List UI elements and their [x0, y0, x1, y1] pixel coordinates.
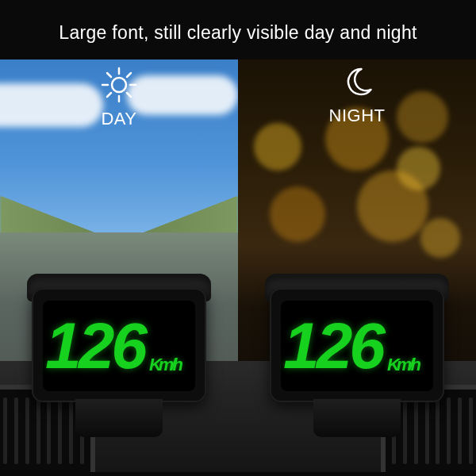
- speed-readout: 126 Km/h: [283, 309, 418, 383]
- moon-icon: [329, 66, 386, 101]
- device-body: 126 Km/h: [270, 288, 444, 402]
- speed-value: 126: [45, 309, 144, 383]
- cloud: [127, 75, 238, 115]
- device-screen: 126 Km/h: [281, 301, 433, 391]
- cloud: [0, 83, 103, 127]
- headline-text: Large font, still clearly visible day an…: [0, 0, 476, 60]
- device-base: [313, 399, 401, 437]
- comparison-split: DAY 126 Km/h: [0, 60, 476, 472]
- speed-value: 126: [283, 309, 382, 383]
- day-icon-label: DAY: [100, 66, 138, 129]
- bokeh-light: [254, 123, 301, 171]
- day-panel: DAY 126 Km/h: [0, 60, 238, 472]
- bokeh-light: [397, 91, 448, 143]
- device-base: [75, 399, 163, 437]
- device-body: 126 Km/h: [32, 288, 206, 402]
- day-label: DAY: [100, 109, 138, 129]
- night-icon-label: NIGHT: [329, 66, 386, 126]
- bokeh-light: [270, 186, 325, 242]
- hud-device: 126 Km/h: [265, 274, 449, 402]
- night-panel: NIGHT 126 Km/h: [238, 60, 476, 472]
- svg-line-8: [127, 73, 131, 77]
- sun-icon: [100, 66, 138, 104]
- bokeh-light: [420, 218, 460, 258]
- svg-line-6: [127, 93, 131, 97]
- speed-unit: Km/h: [387, 355, 418, 375]
- device-screen: 126 Km/h: [43, 301, 195, 391]
- speed-readout: 126 Km/h: [45, 309, 180, 383]
- hud-device: 126 Km/h: [27, 274, 211, 402]
- speed-unit: Km/h: [149, 355, 180, 375]
- night-label: NIGHT: [329, 106, 386, 126]
- bokeh-light: [357, 171, 428, 242]
- svg-line-5: [107, 73, 111, 77]
- svg-point-0: [112, 78, 126, 92]
- svg-line-7: [107, 93, 111, 97]
